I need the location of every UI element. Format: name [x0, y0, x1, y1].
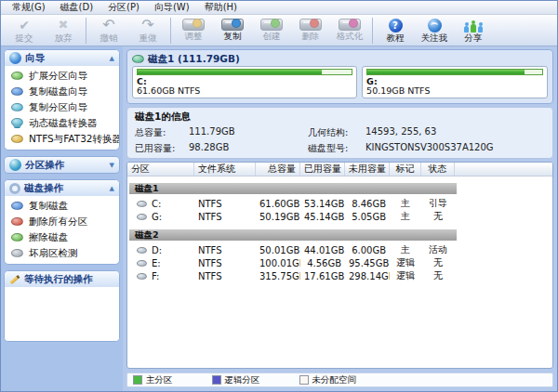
delete-all-partitions-icon: [11, 217, 23, 226]
format-disk-icon: [339, 19, 361, 31]
resize-button[interactable]: 调整: [174, 16, 213, 46]
table-row-d[interactable]: D: NTFS 50.01GB 44.01GB 6.00GB 主 活动: [127, 243, 552, 256]
discard-button[interactable]: ✖ 放弃: [44, 16, 83, 46]
usage-bar: [137, 69, 352, 75]
geometry-value: 14593, 255, 63: [365, 126, 545, 139]
follow-button[interactable]: 关注我: [415, 16, 454, 46]
used-capacity-label: 已用容量:: [135, 142, 189, 155]
x-icon: ✖: [59, 17, 69, 33]
table-row-e[interactable]: E: NTFS 100.01GB 4.56GB 95.45GB 逻辑 无: [127, 256, 552, 269]
sidebar-item-wipe-disk[interactable]: 擦除磁盘: [5, 229, 119, 245]
menu-general[interactable]: 常规(G): [5, 1, 53, 14]
partition-icon: [137, 260, 147, 267]
partition-block-g[interactable]: G: 50.19GB NTFS: [362, 66, 548, 98]
partition-ops-icon: [9, 159, 21, 171]
col-status: 状态: [421, 163, 455, 176]
app-window: 常规(G) 磁盘(D) 分区(P) 向导(W) 帮助(H) ✔ 提交 ✖ 放弃 …: [0, 0, 558, 392]
disk-ops-panel-header[interactable]: 磁盘操作 ▲: [5, 180, 119, 196]
bad-sector-test-icon: [11, 249, 23, 257]
primary-swatch: [133, 375, 142, 385]
sidebar-item-ntfs-fat32-converter[interactable]: NTFS与FAT32转换器: [5, 131, 119, 147]
disk-overview-header: 磁盘1 (111.79GB): [132, 52, 548, 66]
content-area: 向导 ▲ 扩展分区向导 复制磁盘向导 复制分区向导: [1, 46, 557, 391]
redo-icon: ↷: [141, 17, 153, 33]
delete-disk-icon: [299, 19, 322, 31]
main-area: 磁盘1 (111.79GB) C: 61.60GB NTFS: [123, 46, 557, 391]
partition-icon: [137, 247, 147, 254]
table-row-g[interactable]: G: NTFS 50.19GB 45.14GB 5.05GB 主 无: [127, 210, 552, 223]
expand-icon[interactable]: ▼: [110, 162, 114, 169]
create-disk-icon: [260, 19, 283, 31]
copy-partition-wizard-icon: [11, 103, 23, 111]
redo-button[interactable]: ↷ 重做: [128, 16, 167, 46]
disk2-group-row[interactable]: 磁盘2: [129, 229, 457, 241]
sidebar-item-dynamic-disk-converter[interactable]: 动态磁盘转换器: [5, 115, 119, 131]
unallocated-swatch: [299, 375, 309, 385]
help-icon: ?: [389, 19, 403, 33]
pending-ops-list: [5, 287, 119, 341]
pending-ops-panel-header[interactable]: 等待执行的操作: [5, 271, 119, 287]
col-filesystem: 文件系统: [194, 163, 256, 176]
share-button[interactable]: 分享: [454, 16, 493, 46]
disk1-group-row[interactable]: 磁盘1: [129, 183, 457, 194]
copy-disk-wizard-icon: [11, 87, 23, 96]
partition-table: 分区 文件系统 总容量 已用容量 未用容量 标记 状态 磁盘1 C: NTFS …: [126, 162, 553, 369]
total-capacity-label: 总容量:: [135, 126, 189, 139]
logical-swatch: [212, 375, 221, 385]
sidebar-item-bad-sector-test[interactable]: 坏扇区检测: [5, 245, 119, 261]
check-icon: ✔: [19, 17, 30, 33]
menu-bar: 常规(G) 磁盘(D) 分区(P) 向导(W) 帮助(H): [1, 1, 557, 15]
usage-fill: [367, 70, 525, 74]
resize-disk-icon: [182, 19, 205, 31]
usage-fill: [138, 70, 322, 74]
menu-disk[interactable]: 磁盘(D): [53, 1, 101, 14]
wizard-panel: 向导 ▲ 扩展分区向导 复制磁盘向导 复制分区向导: [4, 49, 120, 150]
table-row-f[interactable]: F: NTFS 315.75GB 17.61GB 298.14GB 逻辑 无: [127, 269, 552, 282]
menu-wizard[interactable]: 向导(W): [147, 1, 197, 14]
toolbar-separator: [170, 18, 171, 44]
wipe-disk-icon: [11, 233, 23, 242]
create-button[interactable]: 创建: [252, 16, 291, 46]
copy-button[interactable]: 复制: [213, 16, 252, 46]
undo-icon: ↶: [102, 17, 114, 33]
sidebar-item-extend-partition-wizard[interactable]: 扩展分区向导: [5, 68, 119, 84]
partition-ops-panel-header[interactable]: 分区操作 ▼: [5, 157, 119, 173]
legend-unallocated: 未分配空间: [299, 374, 357, 386]
copy-disk-icon: [221, 19, 244, 31]
commit-button[interactable]: ✔ 提交: [5, 16, 44, 46]
table-row-c[interactable]: C: NTFS 61.60GB 53.14GB 8.46GB 主 引导: [127, 197, 552, 210]
col-unused: 未用容量: [345, 163, 390, 176]
collapse-icon[interactable]: ▲: [110, 55, 114, 62]
model-value: KINGSTONSV300S37A120G: [365, 142, 545, 155]
total-capacity-value: 111.79GB: [189, 126, 308, 139]
legend-primary: 主分区: [133, 374, 173, 386]
legend-logical: 逻辑分区: [212, 374, 260, 386]
menu-partition[interactable]: 分区(P): [100, 1, 147, 14]
sidebar-item-copy-partition-wizard[interactable]: 复制分区向导: [5, 99, 119, 115]
globe-icon: [428, 19, 442, 33]
used-capacity-value: 98.28GB: [189, 142, 308, 155]
sidebar-item-copy-disk[interactable]: 复制磁盘: [5, 198, 119, 214]
dynamic-disk-converter-icon: [11, 118, 23, 126]
usage-bar: [366, 69, 543, 75]
collapse-icon[interactable]: ▲: [110, 185, 114, 192]
sidebar-item-copy-disk-wizard[interactable]: 复制磁盘向导: [5, 84, 119, 99]
sidebar-item-delete-all-partitions[interactable]: 删除所有分区: [5, 214, 119, 229]
wizard-panel-header[interactable]: 向导 ▲: [5, 50, 119, 66]
partition-block-c[interactable]: C: 61.60GB NTFS: [132, 66, 357, 98]
pending-ops-panel: 等待执行的操作: [4, 270, 120, 342]
disk-ops-panel: 磁盘操作 ▲ 复制磁盘 删除所有分区 擦除磁盘: [4, 179, 120, 265]
disk-overview-title: 磁盘1 (111.79GB): [148, 53, 240, 66]
delete-button[interactable]: 删除: [291, 16, 330, 46]
col-total: 总容量: [256, 163, 300, 176]
col-flag: 标记: [390, 163, 421, 176]
col-partition: 分区: [127, 163, 194, 176]
undo-button[interactable]: ↶ 撤销: [89, 16, 128, 46]
toolbar: ✔ 提交 ✖ 放弃 ↶ 撤销 ↷ 重做 调整 复制 创建: [1, 15, 557, 46]
disk-info-panel: 磁盘1的信息 总容量: 111.79GB 几何结构: 14593, 255, 6…: [126, 107, 553, 159]
partition-icon: [137, 214, 147, 220]
tutorial-button[interactable]: ? 教程: [376, 16, 415, 46]
format-button[interactable]: 格式化: [330, 16, 369, 46]
menu-help[interactable]: 帮助(H): [197, 1, 245, 14]
disk-info-title: 磁盘1的信息: [135, 111, 545, 124]
